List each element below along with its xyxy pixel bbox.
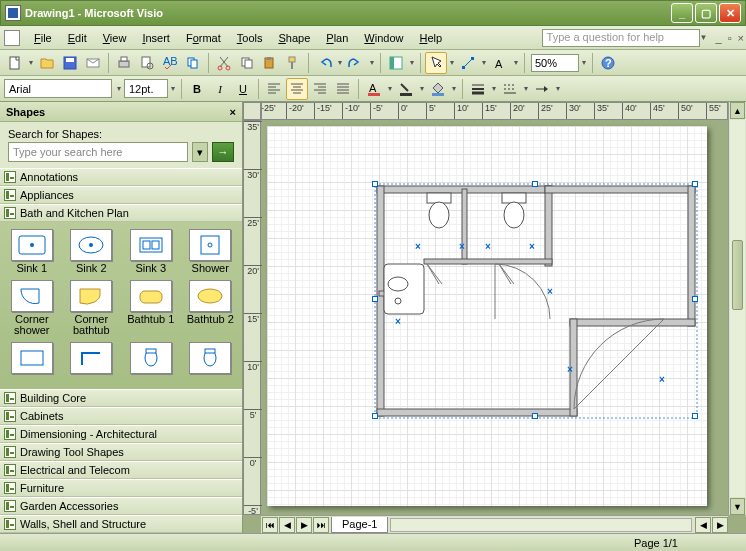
search-dropdown[interactable]: ▾ xyxy=(192,142,208,162)
open-button[interactable] xyxy=(36,52,58,74)
paste-button[interactable] xyxy=(259,52,281,74)
fill-color-button[interactable] xyxy=(427,78,449,100)
menu-insert[interactable]: Insert xyxy=(134,29,178,47)
category-electrical[interactable]: Electrical and Telecom xyxy=(0,461,242,479)
selection-handle[interactable] xyxy=(532,413,538,419)
connection-point[interactable]: × xyxy=(567,364,573,375)
close-button[interactable]: ✕ xyxy=(719,3,741,23)
horizontal-ruler[interactable]: -25'-20'-15'-10'-5'0'5'10'15'20'25'30'35… xyxy=(261,102,728,120)
shapes-search-input[interactable]: Type your search here xyxy=(8,142,188,162)
selection-handle[interactable] xyxy=(532,181,538,187)
menu-help[interactable]: Help xyxy=(411,29,450,47)
line-pattern-button[interactable] xyxy=(499,78,521,100)
first-page-button[interactable]: ⏮ xyxy=(262,517,278,533)
align-justify-button[interactable] xyxy=(332,78,354,100)
shape-extra-1[interactable] xyxy=(2,339,62,379)
category-walls[interactable]: Walls, Shell and Structure xyxy=(0,515,242,533)
line-color-button[interactable] xyxy=(395,78,417,100)
menu-view[interactable]: View xyxy=(95,29,135,47)
align-left-button[interactable] xyxy=(263,78,285,100)
help-search-input[interactable]: Type a question for help xyxy=(542,29,700,47)
pointer-tool-button[interactable] xyxy=(425,52,447,74)
align-right-button[interactable] xyxy=(309,78,331,100)
shape-sink-1[interactable]: Sink 1 xyxy=(2,226,62,277)
help-dropdown[interactable]: ▼ xyxy=(700,33,708,42)
cut-button[interactable] xyxy=(213,52,235,74)
category-cabinets[interactable]: Cabinets xyxy=(0,407,242,425)
copy-button[interactable] xyxy=(236,52,258,74)
connection-point[interactable]: × xyxy=(415,241,421,252)
category-drawing-tool[interactable]: Drawing Tool Shapes xyxy=(0,443,242,461)
scroll-left-button[interactable]: ◀ xyxy=(695,517,711,533)
menu-file[interactable]: File xyxy=(26,29,60,47)
font-dropdown[interactable]: ▾ xyxy=(115,84,123,93)
doc-close-button[interactable]: × xyxy=(738,32,744,44)
drawing-page[interactable]: × × × × × × × × xyxy=(267,126,707,506)
selection-handle[interactable] xyxy=(692,181,698,187)
shape-bathtub-1[interactable]: Bathtub 1 xyxy=(121,277,181,339)
floor-plan-drawing[interactable] xyxy=(267,126,707,506)
page-tab[interactable]: Page-1 xyxy=(331,517,388,533)
font-color-button[interactable]: A xyxy=(363,78,385,100)
vertical-ruler[interactable]: 35'30'25'20'15'10'5'0'-5' xyxy=(243,120,261,515)
category-bath-kitchen[interactable]: Bath and Kitchen Plan xyxy=(0,204,242,222)
new-button[interactable] xyxy=(4,52,26,74)
minimize-button[interactable]: _ xyxy=(671,3,693,23)
last-page-button[interactable]: ⏭ xyxy=(313,517,329,533)
category-annotations[interactable]: Annotations xyxy=(0,168,242,186)
drawing-canvas[interactable]: × × × × × × × × xyxy=(261,120,728,515)
menu-window[interactable]: Window xyxy=(356,29,411,47)
category-appliances[interactable]: Appliances xyxy=(0,186,242,204)
zoom-dropdown[interactable]: ▾ xyxy=(580,58,588,67)
scroll-up-button[interactable]: ▲ xyxy=(730,102,745,119)
redo-button[interactable] xyxy=(345,52,367,74)
connector-dropdown[interactable]: ▾ xyxy=(480,58,488,67)
save-button[interactable] xyxy=(59,52,81,74)
pointer-dropdown[interactable]: ▾ xyxy=(448,58,456,67)
search-go-button[interactable]: → xyxy=(212,142,234,162)
scroll-down-button[interactable]: ▼ xyxy=(730,498,745,515)
shapes-close-button[interactable]: × xyxy=(230,106,236,118)
menu-tools[interactable]: Tools xyxy=(229,29,271,47)
connection-point[interactable]: × xyxy=(659,374,665,385)
selection-handle[interactable] xyxy=(372,296,378,302)
shapes-window-button[interactable] xyxy=(385,52,407,74)
menu-format[interactable]: Format xyxy=(178,29,229,47)
font-color-dropdown[interactable]: ▾ xyxy=(386,84,394,93)
menu-shape[interactable]: Shape xyxy=(270,29,318,47)
research-button[interactable] xyxy=(182,52,204,74)
text-tool-button[interactable]: A xyxy=(489,52,511,74)
underline-button[interactable]: U xyxy=(232,78,254,100)
menu-edit[interactable]: Edit xyxy=(60,29,95,47)
selection-handle[interactable] xyxy=(692,413,698,419)
line-weight-button[interactable] xyxy=(467,78,489,100)
shape-extra-4[interactable] xyxy=(181,339,241,379)
selection-handle[interactable] xyxy=(692,296,698,302)
format-painter-button[interactable] xyxy=(282,52,304,74)
shape-extra-2[interactable] xyxy=(62,339,122,379)
line-weight-dropdown[interactable]: ▾ xyxy=(490,84,498,93)
connection-point[interactable]: × xyxy=(485,241,491,252)
font-size-selector[interactable]: 12pt. xyxy=(124,79,168,98)
shape-corner-shower[interactable]: Corner shower xyxy=(2,277,62,339)
connection-point[interactable]: × xyxy=(395,316,401,327)
scroll-right-button[interactable]: ▶ xyxy=(712,517,728,533)
connection-point[interactable]: × xyxy=(529,241,535,252)
category-dimensioning[interactable]: Dimensioning - Architectural xyxy=(0,425,242,443)
line-ends-button[interactable] xyxy=(531,78,553,100)
vertical-scrollbar[interactable]: ▲ ▼ xyxy=(728,102,746,515)
category-garden[interactable]: Garden Accessories xyxy=(0,497,242,515)
shape-extra-3[interactable] xyxy=(121,339,181,379)
next-page-button[interactable]: ▶ xyxy=(296,517,312,533)
fill-color-dropdown[interactable]: ▾ xyxy=(450,84,458,93)
line-pattern-dropdown[interactable]: ▾ xyxy=(522,84,530,93)
shape-sink-3[interactable]: Sink 3 xyxy=(121,226,181,277)
category-building-core[interactable]: Building Core xyxy=(0,389,242,407)
font-selector[interactable]: Arial xyxy=(4,79,112,98)
connection-point[interactable]: × xyxy=(459,241,465,252)
category-furniture[interactable]: Furniture xyxy=(0,479,242,497)
print-preview-button[interactable] xyxy=(136,52,158,74)
doc-restore-button[interactable]: ▫ xyxy=(728,32,732,44)
doc-minimize-button[interactable]: _ xyxy=(716,32,722,44)
selection-handle[interactable] xyxy=(372,413,378,419)
